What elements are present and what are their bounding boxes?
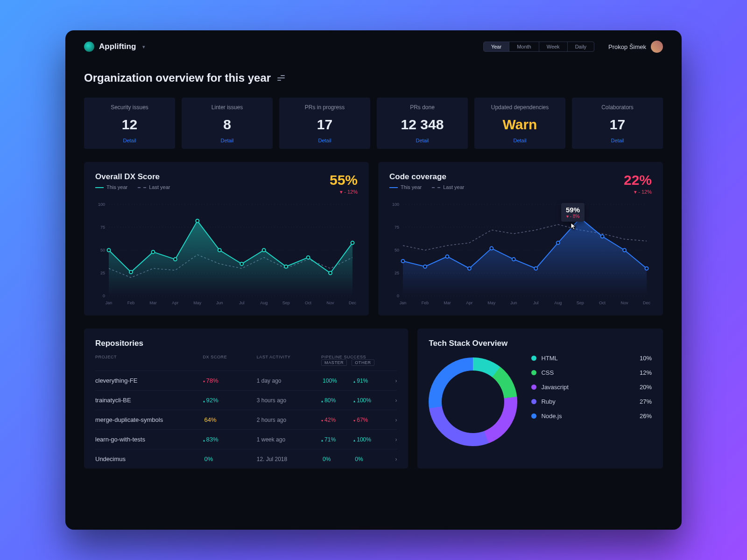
period-segmented: YearMonthWeekDaily xyxy=(483,42,594,52)
legend-label: Ruby xyxy=(541,398,555,405)
stat-detail-link[interactable]: Detail xyxy=(611,138,624,143)
page-title-row: Organization overview for this year xyxy=(84,71,663,84)
activity-cell: 3 hours ago xyxy=(257,397,321,404)
svg-point-28 xyxy=(240,262,243,266)
project-name: learn-go-with-tests xyxy=(95,436,203,443)
legend-value: 26% xyxy=(640,413,652,420)
header-right: YearMonthWeekDaily Prokop Šimek xyxy=(483,41,663,53)
svg-point-61 xyxy=(512,258,515,261)
svg-text:Apr: Apr xyxy=(466,301,472,305)
legend-item: Javascript 20% xyxy=(531,384,652,391)
stat-label: Colaborators xyxy=(601,104,634,112)
svg-text:25: 25 xyxy=(395,271,399,275)
svg-text:0: 0 xyxy=(397,294,399,298)
pipeline-other: 0% xyxy=(353,456,386,462)
svg-text:100: 100 xyxy=(392,202,399,207)
project-name: cleverything-FE xyxy=(95,377,203,384)
legend-dot-icon xyxy=(531,356,536,361)
svg-point-29 xyxy=(262,249,266,252)
svg-point-62 xyxy=(534,267,537,270)
pipeline-master: ▴80% xyxy=(321,397,353,404)
dx-score-cell: ▴83% xyxy=(203,436,257,443)
col-score: DX SCORE xyxy=(203,355,257,366)
stat-detail-link[interactable]: Detail xyxy=(513,138,526,143)
table-row[interactable]: trainatycli-BE ▴92% 3 hours ago ▴80% ▴10… xyxy=(95,390,397,410)
svg-point-33 xyxy=(351,241,354,245)
period-week[interactable]: Week xyxy=(539,42,568,51)
stat-card: PRs done 12 348 Detail xyxy=(377,98,468,149)
project-name: Undecimus xyxy=(95,455,203,462)
svg-text:0: 0 xyxy=(103,294,105,298)
pipeline-other: ▴100% xyxy=(353,397,386,404)
period-daily[interactable]: Daily xyxy=(568,42,594,51)
legend-this-year: This year xyxy=(401,184,422,190)
pipeline-other: ▾67% xyxy=(353,417,386,423)
table-row[interactable]: merge-duplicate-symbols 64% 2 hours ago … xyxy=(95,410,397,429)
panel-title: Code coverage xyxy=(389,172,465,182)
brand-switcher[interactable]: Applifting ▾ xyxy=(84,42,145,52)
stat-detail-link[interactable]: Detail xyxy=(123,138,136,143)
coverage-panel: Code coverage This year Last year 22% ▾ … xyxy=(378,162,663,315)
svg-text:75: 75 xyxy=(395,225,399,230)
pipeline-master: 0% xyxy=(321,456,353,462)
svg-point-30 xyxy=(284,265,288,268)
stat-label: Linter issues xyxy=(211,104,243,112)
chart-row: Overall DX Score This year Last year 55%… xyxy=(84,162,663,315)
pipeline-master: 100% xyxy=(321,378,353,384)
chart-tooltip: 59% ▾ - 8% xyxy=(561,203,585,222)
pipe-other-label: other xyxy=(352,359,374,366)
svg-text:Jul: Jul xyxy=(533,301,539,305)
stat-detail-link[interactable]: Detail xyxy=(416,138,429,143)
table-header: PROJECT DX SCORE LAST ACTIVITY PIPELINE … xyxy=(95,348,397,371)
legend-value: 20% xyxy=(640,384,652,391)
repo-panel: Repositories PROJECT DX SCORE LAST ACTIV… xyxy=(84,329,408,469)
svg-text:Oct: Oct xyxy=(599,301,606,305)
chevron-down-icon: ▾ xyxy=(142,44,145,50)
stat-detail-link[interactable]: Detail xyxy=(220,138,233,143)
svg-point-31 xyxy=(307,256,310,259)
period-month[interactable]: Month xyxy=(509,42,539,51)
stat-card: Security issues 12 Detail xyxy=(84,98,175,149)
table-row[interactable]: learn-go-with-tests ▴83% 1 week ago ▴71%… xyxy=(95,429,397,449)
svg-point-32 xyxy=(329,272,332,275)
coverage-delta: ▾ - 12% xyxy=(624,189,652,195)
stat-value: 17 xyxy=(610,117,625,133)
svg-text:Feb: Feb xyxy=(127,301,135,305)
pipeline-other: ▴91% xyxy=(353,378,386,384)
pipeline-sub-labels: master other xyxy=(321,359,386,366)
svg-point-23 xyxy=(129,271,133,274)
pipeline-master: ▴71% xyxy=(321,436,353,443)
stat-detail-link[interactable]: Detail xyxy=(318,138,331,143)
app-window: Applifting ▾ YearMonthWeekDaily Prokop Š… xyxy=(65,30,682,530)
stat-label: Updated dependencies xyxy=(491,104,549,112)
svg-point-27 xyxy=(218,249,221,252)
legend-label: HTML xyxy=(541,355,557,362)
svg-text:25: 25 xyxy=(100,271,105,275)
period-year[interactable]: Year xyxy=(484,42,509,51)
svg-point-63 xyxy=(557,241,560,245)
user-menu[interactable]: Prokop Šimek xyxy=(608,41,663,53)
svg-point-67 xyxy=(645,267,648,270)
dx-chart: 0255075100JanFebMarAprMayJunJulAugSepOct… xyxy=(95,200,358,307)
col-project: PROJECT xyxy=(95,355,203,366)
legend-value: 10% xyxy=(640,355,652,362)
legend-last-year: Last year xyxy=(443,184,464,190)
svg-text:Sep: Sep xyxy=(282,301,290,305)
legend-label: Javascript xyxy=(541,384,569,391)
svg-point-66 xyxy=(623,249,626,252)
legend-item: Node.js 26% xyxy=(531,413,652,420)
dx-score-cell: 64% xyxy=(203,416,257,423)
filter-icon[interactable] xyxy=(277,75,285,81)
table-row[interactable]: Undecimus 0% 12. Jul 2018 0% 0% › xyxy=(95,449,397,469)
col-activity: LAST ACTIVITY xyxy=(257,355,321,366)
stat-label: Security issues xyxy=(111,104,148,112)
svg-point-57 xyxy=(423,265,427,268)
legend-value: 27% xyxy=(640,398,652,405)
pipeline-other: ▴100% xyxy=(353,436,386,443)
activity-cell: 1 day ago xyxy=(257,378,321,384)
chevron-right-icon: › xyxy=(386,378,397,384)
cursor-icon xyxy=(571,223,578,232)
table-row[interactable]: cleverything-FE ▾78% 1 day ago 100% ▴91%… xyxy=(95,371,397,390)
coverage-chart: 0255075100JanFebMarAprMayJunJulAugSepOct… xyxy=(389,200,652,307)
project-name: merge-duplicate-symbols xyxy=(95,416,203,423)
